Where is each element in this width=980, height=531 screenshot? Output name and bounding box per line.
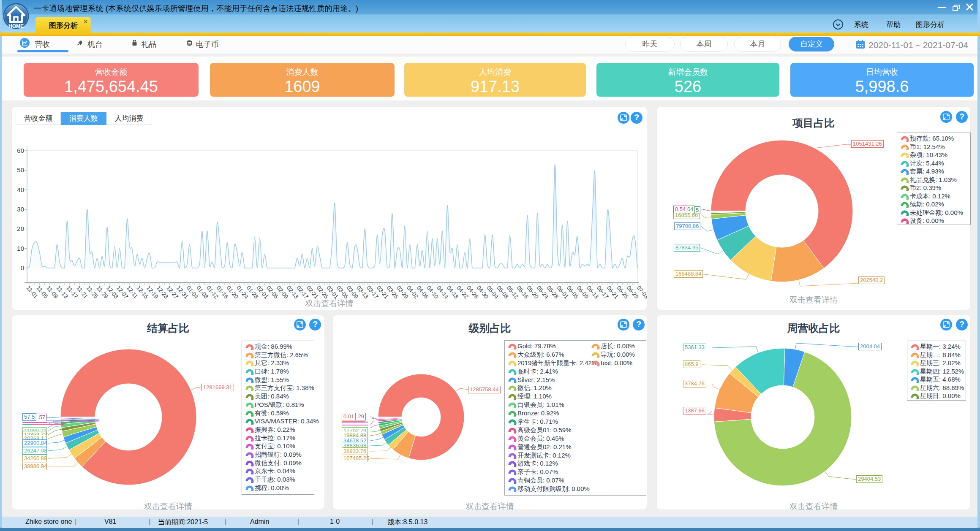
svg-text:HOME: HOME: [8, 23, 24, 29]
svg-text:10: 10: [17, 245, 24, 252]
svg-text:0: 0: [21, 264, 24, 271]
svg-text:50: 50: [17, 166, 24, 173]
svg-text:60: 60: [17, 147, 24, 154]
svg-text:30: 30: [17, 206, 24, 213]
svg-text:20: 20: [17, 225, 24, 232]
svg-text:40: 40: [17, 186, 24, 193]
